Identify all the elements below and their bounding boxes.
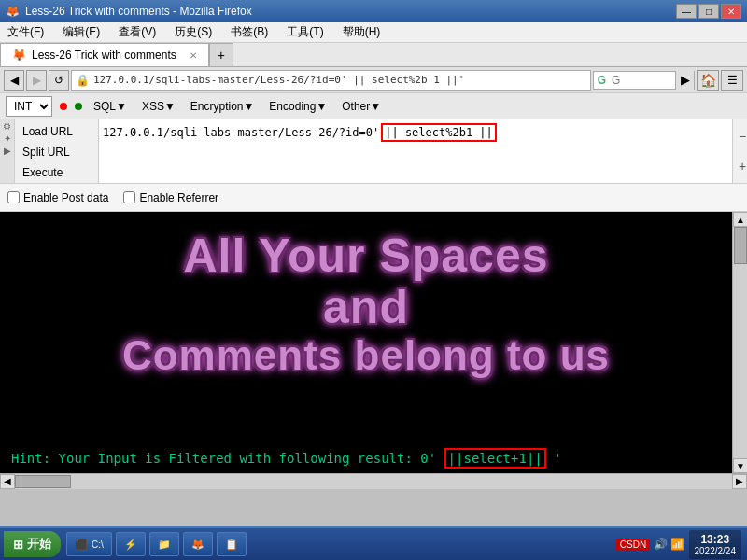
minimize-button[interactable]: — (676, 4, 697, 19)
menu-help[interactable]: 帮助(H) (339, 22, 385, 42)
hint-highlight: ||select+1|| (444, 448, 546, 469)
menu-bookmarks[interactable]: 书签(B) (227, 22, 272, 42)
horizontal-scrollbar[interactable]: ◀ ▶ (0, 473, 747, 488)
web-hint-bar: Hint: Your Input is Filtered with follow… (0, 443, 732, 473)
execute-item[interactable]: Execute (15, 162, 98, 183)
post-data-checkbox[interactable] (7, 191, 20, 203)
split-url-label: Split URL (22, 146, 70, 159)
taskbar-item-3[interactable]: 📁 (149, 532, 179, 556)
reload-button[interactable]: ↺ (49, 70, 69, 91)
menu-history[interactable]: 历史(S) (171, 22, 216, 42)
windows-icon: ⊞ (13, 538, 23, 552)
taskbar: ⊞ 开始 ⬛ C:\ ⚡ 📁 🦊 📋 CSDN 🔊 📶 13:23 2022/2… (0, 526, 747, 560)
url-display: 127.0.0.1/sqli-labs-master/Less-26/?id=0… (103, 123, 728, 142)
search-submit-button[interactable]: ▶ (675, 71, 694, 90)
forward-button[interactable]: ▶ (26, 70, 47, 91)
window-title: Less-26 Trick with comments - Mozilla Fi… (25, 5, 252, 18)
hint-suffix: ' (554, 451, 561, 466)
menu-bar: 文件(F) 编辑(E) 查看(V) 历史(S) 书签(B) 工具(T) 帮助(H… (0, 22, 747, 43)
encryption-button[interactable]: Encryption▼ (187, 98, 259, 115)
nav-area: ◀ ▶ ↺ 🔒 127.0.0.1/sqli-labs-master/Less-… (0, 67, 747, 93)
url-part1: 127.0.0.1/sqli-labs-master/Less-26/?id=0… (103, 126, 379, 139)
encoding-button[interactable]: Encoding▼ (265, 98, 331, 115)
minus-button[interactable]: − (735, 129, 747, 144)
xss-button[interactable]: XSS▼ (138, 98, 179, 115)
taskbar-icon-5: 📋 (225, 539, 238, 551)
sidebar-icon-1: ⚙ (3, 121, 11, 132)
taskbar-item-firefox[interactable]: 🦊 (183, 532, 213, 556)
web-line1: All Your Spaces (9, 231, 723, 282)
split-url-item[interactable]: Split URL (15, 142, 98, 162)
taskbar-item-2[interactable]: ⚡ (116, 532, 146, 556)
csdn-label: CSDN (616, 539, 650, 551)
scroll-down-button[interactable]: ▼ (733, 458, 747, 473)
web-title-text: All Your Spaces and Comments belong to u… (0, 212, 732, 378)
execute-label: Execute (22, 166, 63, 179)
referrer-checkbox-label[interactable]: Enable Referrer (123, 191, 218, 204)
plus-button[interactable]: + (735, 159, 747, 174)
taskbar-item-5[interactable]: 📋 (217, 532, 247, 556)
web-content-area: All Your Spaces and Comments belong to u… (0, 212, 732, 473)
post-data-checkbox-label[interactable]: Enable Post data (7, 191, 108, 204)
url-part2-highlighted: || select%2b1 || (381, 123, 497, 142)
maximize-button[interactable]: □ (698, 4, 719, 19)
sidebar-icon-2: ✦ (4, 133, 11, 144)
load-url-item[interactable]: Load URL (15, 121, 98, 142)
menu-tools[interactable]: 工具(T) (283, 22, 327, 42)
home-button[interactable]: 🏠 (697, 70, 719, 91)
sql-button[interactable]: SQL▼ (90, 98, 131, 115)
start-label: 开始 (27, 536, 51, 553)
taskbar-icons-area: 🔊 📶 (654, 538, 684, 551)
referrer-checkbox[interactable] (123, 191, 135, 203)
menu-view[interactable]: 查看(V) (115, 22, 160, 42)
load-url-label: Load URL (22, 125, 73, 138)
tab-favicon: 🦊 (12, 49, 26, 62)
menu-button[interactable]: ☰ (721, 70, 743, 91)
title-bar: 🦊 Less-26 Trick with comments - Mozilla … (0, 0, 747, 22)
taskbar-item-cmd[interactable]: ⬛ C:\ (66, 532, 112, 556)
hint-text: Hint: Your Input is Filtered with follow… (11, 451, 436, 466)
web-line3: Comments belong to us (9, 333, 723, 378)
close-button[interactable]: ✕ (721, 4, 741, 19)
menu-file[interactable]: 文件(F) (4, 22, 48, 42)
other-button[interactable]: Other▼ (338, 98, 385, 115)
taskbar-icon-3: 📁 (158, 539, 171, 551)
scroll-track-h[interactable] (15, 474, 732, 489)
int-select[interactable]: INT (6, 96, 52, 117)
status-dot-green (75, 103, 82, 110)
search-input[interactable] (610, 72, 675, 89)
address-text: 127.0.0.1/sqli-labs-master/Less-26/?id=0… (93, 74, 464, 86)
scroll-up-button[interactable]: ▲ (733, 212, 747, 227)
vertical-scrollbar[interactable]: ▲ ▼ (732, 212, 747, 473)
taskbar-icon-2: ⚡ (124, 539, 137, 551)
search-box: G ▶ (593, 71, 695, 90)
clock-area: 13:23 2022/2/24 (689, 530, 742, 559)
scroll-left-button[interactable]: ◀ (0, 474, 15, 489)
start-button[interactable]: ⊞ 开始 (4, 531, 61, 557)
scroll-thumb-v[interactable] (734, 227, 747, 264)
tab-close-icon[interactable]: ✕ (190, 50, 197, 61)
google-g-icon: G (594, 74, 610, 87)
firefox-taskbar-icon: 🦊 (191, 539, 204, 551)
back-button[interactable]: ◀ (4, 70, 24, 91)
tab-active[interactable]: 🦊 Less-26 Trick with comments ✕ (0, 43, 209, 66)
menu-edit[interactable]: 编辑(E) (59, 22, 104, 42)
toolbar-row: INT SQL▼ XSS▼ Encryption▼ Encoding▼ Othe… (0, 93, 747, 119)
tab-bar: 🦊 Less-26 Trick with comments ✕ + (0, 43, 747, 67)
clock-date: 2022/2/24 (695, 546, 737, 556)
address-favicon: 🔒 (76, 74, 90, 87)
scroll-right-button[interactable]: ▶ (732, 474, 747, 489)
scroll-thumb-h[interactable] (15, 475, 71, 488)
scroll-track-v[interactable] (733, 227, 747, 458)
clock-time: 13:23 (695, 533, 737, 546)
window-controls: — □ ✕ (676, 4, 741, 19)
web-line2: and (9, 282, 723, 333)
status-dot-red (60, 103, 67, 110)
cmd-icon: ⬛ (75, 539, 88, 551)
taskbar-right: CSDN 🔊 📶 13:23 2022/2/24 (616, 530, 747, 559)
new-tab-button[interactable]: + (209, 43, 233, 66)
action-row: Enable Post data Enable Referrer (0, 184, 747, 212)
tab-label: Less-26 Trick with comments (32, 49, 176, 62)
sidebar-icon-3: ▶ (4, 146, 11, 156)
firefox-icon: 🦊 (6, 5, 20, 18)
